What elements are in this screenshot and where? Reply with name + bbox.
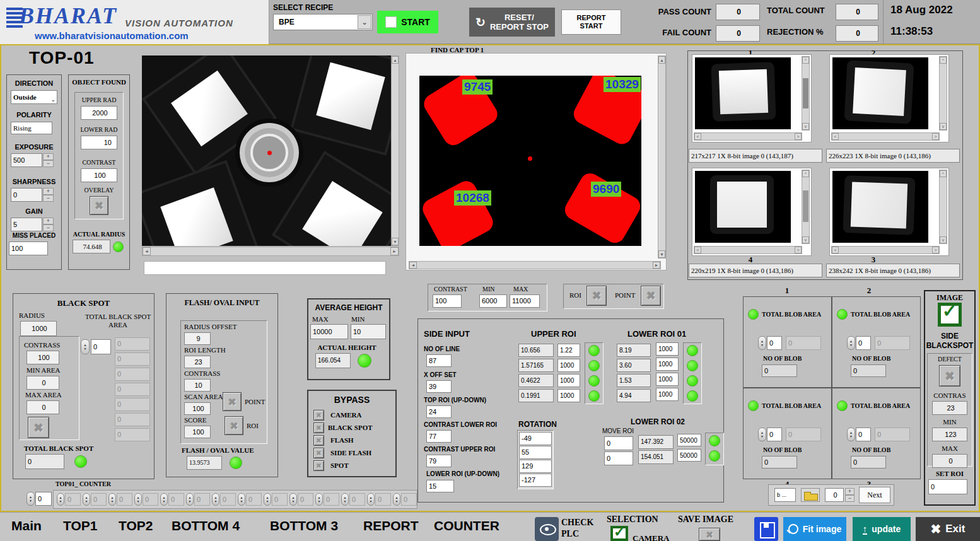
bypass-camera-checkbox[interactable]: ✖ <box>313 410 324 421</box>
scroll-left-icon[interactable]: ◄ <box>143 247 151 255</box>
upper-rad-field[interactable]: 2000 <box>81 106 117 120</box>
thumb-vscrollbar[interactable]: ^v <box>802 56 810 131</box>
polarity-field[interactable]: Rising <box>11 122 52 134</box>
max-field[interactable]: 0 <box>932 454 967 468</box>
camera-vscrollbar[interactable]: ▲ ▼ <box>391 55 399 246</box>
browse-button[interactable] <box>801 488 820 502</box>
counter-index-field[interactable]: 0 <box>35 492 52 506</box>
exit-button[interactable]: ✖ Exit <box>916 517 980 541</box>
exposure-stepper[interactable]: +− <box>43 153 54 167</box>
scroll-left-icon[interactable]: ◄ <box>409 262 417 269</box>
avg-min-field[interactable]: 10 <box>351 324 386 339</box>
scroll-down-icon[interactable]: ▼ <box>392 238 399 245</box>
scroll-right-icon[interactable]: > <box>795 133 802 140</box>
blob-spinner[interactable]: ▲▼ <box>847 336 855 350</box>
area-spinner[interactable]: ▲▼ <box>81 339 90 354</box>
thumb-vscrollbar[interactable]: ^v <box>939 56 947 131</box>
upper-roi-limit[interactable]: 1.22 <box>557 344 580 357</box>
scroll-down-icon[interactable]: ▼ <box>658 250 665 258</box>
lower-roi01-limit[interactable]: 1000 <box>656 373 679 386</box>
scan-area-field[interactable]: 100 <box>184 402 211 415</box>
min-field[interactable]: 123 <box>932 428 967 441</box>
scroll-up-icon[interactable]: ^ <box>802 170 809 177</box>
counter-spinner[interactable]: ▲▼ <box>26 492 35 506</box>
rotation-value[interactable]: 129 <box>519 460 552 473</box>
scroll-up-icon[interactable]: ▲ <box>392 56 399 64</box>
chevron-down-icon[interactable]: ⌄ <box>50 93 55 104</box>
counter-spinner[interactable]: ▲▼ <box>367 493 375 506</box>
scroll-thumb[interactable] <box>803 78 808 108</box>
scroll-down-icon[interactable]: v <box>940 123 947 130</box>
contras-field[interactable]: 23 <box>932 401 967 415</box>
save-image-checkbox[interactable]: ✖ <box>699 528 720 541</box>
point-overlay-checkbox[interactable]: ✖ <box>641 286 661 306</box>
move-roi-field[interactable]: 0 <box>604 451 633 465</box>
find-cap-hscrollbar[interactable]: ◄ ► <box>409 261 661 269</box>
tab-main[interactable]: Main <box>11 518 42 533</box>
roi-length-field[interactable]: 23 <box>184 356 211 368</box>
scroll-right-icon[interactable]: > <box>795 247 802 253</box>
blob-spinner[interactable]: ▲▼ <box>758 428 766 441</box>
scroll-thumb[interactable] <box>803 190 808 222</box>
thumb-viewer-1[interactable]: ^v <> <box>692 54 812 143</box>
contrast-upper-roi-field[interactable]: 79 <box>426 455 452 467</box>
sharpness-field[interactable]: 0 <box>11 188 42 202</box>
thumb-viewer-3[interactable]: ^v <> <box>829 168 949 256</box>
counter-spinner[interactable]: ▲▼ <box>134 493 142 506</box>
miss-placed-field[interactable]: 100 <box>9 241 48 255</box>
tab-bottom3[interactable]: BOTTOM 3 <box>270 518 338 533</box>
lower-roi-field[interactable]: 15 <box>426 480 454 492</box>
rotation-value[interactable]: -127 <box>519 474 552 487</box>
upper-roi-limit[interactable]: 1000 <box>557 374 580 387</box>
thumb-hscrollbar[interactable]: <> <box>831 246 940 254</box>
tab-report[interactable]: REPORT <box>363 518 419 533</box>
radius-offset-field[interactable]: 9 <box>184 332 211 345</box>
scroll-right-icon[interactable]: ► <box>390 247 399 255</box>
point-checkbox[interactable]: ✖ <box>223 392 242 411</box>
thumb-hscrollbar[interactable]: <> <box>694 246 802 254</box>
tab-top1[interactable]: TOP1 <box>63 518 97 533</box>
blob-spinner[interactable]: ▲▼ <box>847 428 855 441</box>
thumb-hscrollbar[interactable]: <> <box>694 132 802 141</box>
rotation-value[interactable]: -49 <box>519 432 552 445</box>
start-checkbox[interactable] <box>385 16 397 28</box>
blob-index-field[interactable]: 0 <box>856 428 871 441</box>
gain-stepper[interactable]: +− <box>43 218 54 231</box>
scroll-right-icon[interactable]: > <box>932 247 939 253</box>
update-button[interactable]: ↑ update <box>853 517 911 541</box>
x-offset-field[interactable]: 39 <box>426 380 452 393</box>
scroll-left-icon[interactable]: < <box>832 133 839 140</box>
area-index-field[interactable]: 0 <box>91 339 111 354</box>
scroll-left-icon[interactable]: < <box>694 133 701 140</box>
counter-spinner[interactable]: ▲▼ <box>83 493 90 506</box>
thumb-vscrollbar[interactable]: ^v <box>939 170 947 244</box>
thumb-hscrollbar[interactable]: <> <box>831 132 940 141</box>
scroll-down-icon[interactable]: v <box>802 123 809 130</box>
lower-roi02-limit[interactable]: 50000 <box>677 434 701 446</box>
camera-selection-checkbox[interactable]: ✓ <box>610 526 628 541</box>
counter-spinner[interactable]: ▲▼ <box>289 493 297 506</box>
image-checkbox[interactable]: ✓ <box>938 303 962 327</box>
start-button[interactable]: START <box>377 11 438 33</box>
tab-counter[interactable]: COUNTER <box>434 518 499 533</box>
sharpness-stepper[interactable]: +− <box>43 188 54 202</box>
roi-overlay-checkbox[interactable]: ✖ <box>586 286 607 306</box>
scroll-right-icon[interactable]: > <box>932 133 939 140</box>
counter-spinner[interactable]: ▲▼ <box>341 493 349 506</box>
contrass-field[interactable]: 100 <box>26 351 59 364</box>
find-cap-vscrollbar[interactable]: ▲ ▼ <box>658 55 666 259</box>
reset-report-stop-button[interactable]: ↻ RESET/ REPORT STOP <box>469 8 555 37</box>
blob-index-field[interactable]: 0 <box>856 336 871 350</box>
blob-index-field[interactable]: 0 <box>767 336 782 350</box>
blob-index-field[interactable]: 0 <box>767 428 782 441</box>
counter-spinner[interactable]: ▲▼ <box>186 493 194 506</box>
upper-roi-limit[interactable]: 1000 <box>557 359 580 372</box>
lower-rad-field[interactable]: 10 <box>81 136 117 149</box>
counter-spinner[interactable]: ▲▼ <box>238 493 245 506</box>
rotation-value[interactable]: 55 <box>519 446 552 459</box>
contrast-lower-roi-field[interactable]: 77 <box>426 430 452 443</box>
upper-roi-limit[interactable]: 1000 <box>557 389 580 402</box>
bypass-spot-checkbox[interactable]: ✖ <box>313 460 324 471</box>
counter-spinner[interactable]: ▲▼ <box>108 493 116 506</box>
image-index-field[interactable]: 0 <box>825 488 844 502</box>
